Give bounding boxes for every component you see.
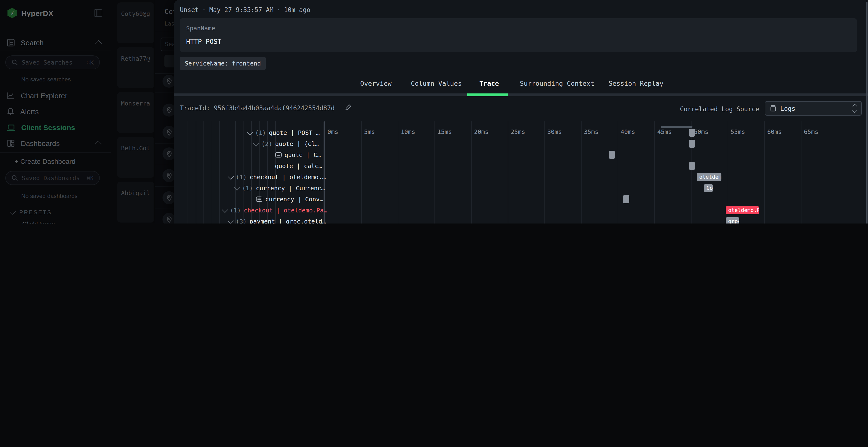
event-side-panel: Unset·May 27 9:35:57 AM·10m ago SpanName… [174, 0, 868, 224]
trace-tree-row[interactable]: (2)quote | {cl… [254, 138, 319, 149]
correlated-log-source-label: Correlated Log Source [680, 105, 759, 113]
trace-tree-row[interactable]: (1)quote | POST … [248, 127, 320, 138]
chevron-down-icon[interactable] [227, 217, 234, 224]
trace-tree-row[interactable]: quote | C… [275, 149, 321, 161]
trace-span-bar[interactable] [623, 195, 629, 203]
trace-tree-row[interactable]: currency | Conv… [256, 194, 323, 205]
service-name-tag[interactable]: ServiceName: frontend [180, 57, 266, 70]
tree-indent-guide [195, 122, 196, 224]
chevron-down-icon[interactable] [222, 206, 228, 212]
select-chevrons-icon [853, 105, 857, 112]
span-name-box: SpanName HTTP POST [180, 18, 857, 52]
span-label: quote | C… [284, 151, 321, 159]
trace-span-bar[interactable] [689, 162, 695, 170]
timeline-tick-label: 60ms [767, 128, 782, 135]
timeline-tick-label: 50ms [694, 128, 708, 135]
tree-indent-guide [219, 122, 220, 224]
span-label: checkout | oteldemo.… [250, 173, 326, 181]
chevron-down-icon[interactable] [227, 173, 234, 179]
timeline-tick-label: 30ms [547, 128, 562, 135]
trace-span-bar[interactable]: oteldemo.C [697, 173, 721, 181]
span-name-value: HTTP POST [186, 38, 221, 45]
log-source-value: Logs [780, 105, 796, 112]
timeline-gridline [398, 122, 398, 224]
child-count: (1) [236, 173, 247, 181]
timeline-gridline [361, 122, 362, 224]
timeline-tick-label: 55ms [731, 128, 745, 135]
trace-span-bar[interactable]: oteldemo.P [726, 206, 759, 214]
trace-tree-row[interactable]: quote | calc… [275, 161, 322, 171]
child-count: (2) [261, 140, 272, 147]
chevron-down-icon[interactable] [234, 184, 240, 190]
app-root: ⚡ HyperDX Search Saved Searches ⌘K No sa… [0, 0, 868, 224]
trace-tree-row[interactable]: (1)currency | Currenc… [235, 182, 325, 194]
tab-overview[interactable]: Overview [360, 79, 392, 87]
timeline-gridline [508, 122, 508, 224]
timeline-tick-label: 0ms [328, 128, 338, 135]
timeline-tick-label: 10ms [401, 128, 415, 135]
timeline-gridline [471, 122, 472, 224]
event-meta: Unset·May 27 9:35:57 AM·10m ago [180, 6, 310, 13]
tree-indent-guide [188, 122, 188, 224]
span-label: checkout | oteldemo.Pa… [244, 207, 327, 214]
timeline-gridline [581, 122, 582, 224]
status-badge: Unset [180, 6, 199, 13]
trace-span-bar[interactable]: Co [704, 184, 713, 192]
timeline-gridline [654, 122, 655, 224]
timeline-tick-label: 65ms [804, 128, 818, 135]
timeline-tick-label: 5ms [364, 128, 375, 135]
chevron-down-icon[interactable] [247, 129, 253, 135]
span-label: currency | Conv… [265, 196, 323, 203]
child-count: (3) [236, 218, 247, 224]
tab-trace[interactable]: Trace [479, 79, 499, 87]
divider [174, 121, 868, 122]
timeline-scrollbar[interactable] [661, 126, 692, 128]
timeline-gridline [764, 122, 765, 224]
tab-surrounding-context[interactable]: Surrounding Context [520, 79, 594, 87]
tabbar-track [174, 94, 868, 96]
trace-id: TraceId: 956f3b4a44b03aa4daf946242554d87… [180, 104, 351, 112]
trace-tree-row[interactable]: (1)checkout | oteldemo.… [228, 171, 326, 182]
span-label: quote | POST … [269, 129, 320, 136]
timeline-gridline [801, 122, 802, 224]
log-source-select[interactable]: Logs [765, 101, 862, 115]
timeline-tick-label: 20ms [474, 128, 489, 135]
trace-span-bar[interactable] [609, 151, 615, 159]
modal-scrim[interactable] [0, 0, 174, 224]
modal-scrollbar[interactable] [866, 2, 868, 224]
trace-span-bar[interactable] [689, 140, 695, 148]
span-label: payment | grpc.oteld… [250, 218, 326, 224]
span-label: quote | calc… [275, 162, 322, 170]
edit-icon[interactable] [345, 104, 351, 110]
span-name-label: SpanName [186, 25, 215, 32]
trace-span-bar[interactable] [689, 129, 695, 137]
tab-column-values[interactable]: Column Values [411, 79, 462, 87]
log-event-icon [256, 197, 262, 202]
trace-tree-row[interactable]: (3)payment | grpc.oteld… [228, 216, 326, 224]
timeline-tick-label: 35ms [584, 128, 598, 135]
span-label: currency | Currenc… [256, 184, 325, 192]
tab-session-replay[interactable]: Session Replay [609, 79, 663, 87]
timeline-tick-label: 15ms [437, 128, 452, 135]
tree-indent-guide [212, 122, 212, 224]
timeline-gridline [618, 122, 618, 224]
trace-span-bar[interactable]: grpc [726, 217, 739, 224]
active-tab-underline [467, 94, 508, 96]
timeline-tick-label: 40ms [621, 128, 635, 135]
log-event-icon [275, 152, 282, 158]
trace-tree-row[interactable]: (1)checkout | oteldemo.Pa… [223, 205, 327, 216]
chevron-down-icon[interactable] [253, 140, 259, 146]
timeline-tick-label: 25ms [511, 128, 525, 135]
relative-time: 10m ago [284, 6, 311, 13]
database-icon [770, 105, 776, 112]
timeline-gridline [545, 122, 545, 224]
timestamp: May 27 9:35:57 AM [209, 6, 273, 13]
timeline-gridline [434, 122, 435, 224]
child-count: (1) [242, 184, 253, 192]
span-label: quote | {cl… [275, 140, 319, 147]
tree-indent-guide [204, 122, 204, 224]
timeline-tick-label: 45ms [657, 128, 672, 135]
child-count: (1) [230, 207, 241, 214]
child-count: (1) [255, 129, 266, 136]
